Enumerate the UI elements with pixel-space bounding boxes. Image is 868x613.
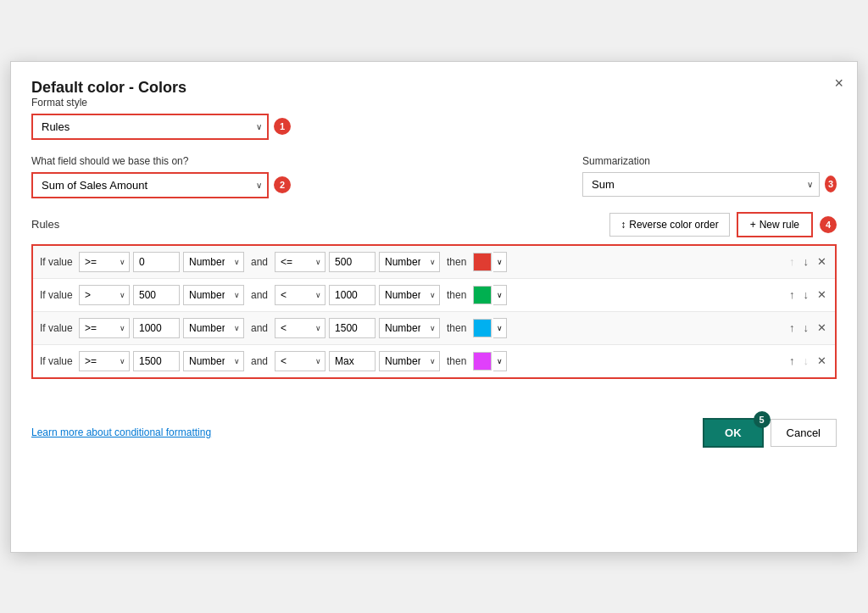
- op1-select-4[interactable]: >=><=<: [79, 351, 130, 371]
- val1-input-3[interactable]: [133, 318, 180, 338]
- type2-select-3[interactable]: NumberPercentPercentile: [379, 318, 440, 338]
- close-button[interactable]: ×: [834, 75, 843, 91]
- move-up-button-3[interactable]: ↑: [787, 320, 797, 336]
- color-swatch-2[interactable]: [473, 286, 492, 304]
- type1-select-wrapper-1: NumberPercentPercentile: [183, 252, 244, 272]
- op2-select-wrapper-2: <<=>=>: [275, 285, 326, 305]
- op2-select-2[interactable]: <<=>=>: [275, 285, 326, 305]
- field-right: Summarization Sum Average Min Max Count …: [582, 155, 837, 197]
- val2-input-3[interactable]: [329, 318, 376, 338]
- type2-select-wrapper-1: NumberPercentPercentile: [379, 252, 440, 272]
- color-swatch-1[interactable]: [473, 253, 492, 271]
- move-down-button-3[interactable]: ↓: [802, 320, 811, 336]
- type1-select-4[interactable]: NumberPercentPercentile: [183, 351, 244, 371]
- op2-select-1[interactable]: <=<>=>: [275, 252, 326, 272]
- badge-5: 5: [754, 411, 771, 428]
- op2-select-wrapper-4: <<=>=>: [275, 351, 326, 371]
- then-label-1: then: [443, 256, 470, 268]
- type1-select-wrapper-3: NumberPercentPercentile: [183, 318, 244, 338]
- op1-select-3[interactable]: >=><=<: [79, 318, 130, 338]
- summarization-select[interactable]: Sum Average Min Max Count: [582, 172, 820, 197]
- color-swatch-3[interactable]: [473, 319, 492, 337]
- field-left: What field should we base this on? Sum o…: [31, 155, 582, 198]
- color-swatch-wrapper-4: ∨: [473, 351, 507, 371]
- learn-more-link[interactable]: Learn more about conditional formatting: [31, 426, 211, 438]
- op1-select-wrapper-1: >=><=<: [79, 252, 130, 272]
- connector-1: and: [248, 256, 271, 268]
- color-swatch-wrapper-2: ∨: [473, 285, 507, 305]
- op1-select-wrapper-2: >>=<=<: [79, 285, 130, 305]
- op1-select-wrapper-4: >=><=<: [79, 351, 130, 371]
- val2-input-4[interactable]: [329, 351, 376, 371]
- reverse-icon: ↕: [620, 219, 626, 231]
- table-row: If value >=><=< NumberPercentPercentile …: [33, 246, 835, 279]
- type1-select-3[interactable]: NumberPercentPercentile: [183, 318, 244, 338]
- rule-actions-2: ↑ ↓ ✕: [787, 287, 828, 303]
- reverse-label: Reverse color order: [629, 219, 718, 231]
- then-label-2: then: [443, 289, 470, 301]
- move-down-button-2[interactable]: ↓: [802, 287, 811, 303]
- footer-buttons: OK 5 Cancel: [703, 418, 837, 448]
- op1-select-wrapper-3: >=><=<: [79, 318, 130, 338]
- badge-1: 1: [274, 118, 291, 135]
- op1-select-2[interactable]: >>=<=<: [79, 285, 130, 305]
- color-chevron-4[interactable]: ∨: [493, 351, 507, 371]
- move-down-button-4[interactable]: ↓: [802, 353, 811, 369]
- delete-button-3[interactable]: ✕: [815, 320, 828, 336]
- val1-input-4[interactable]: [133, 351, 180, 371]
- op2-select-4[interactable]: <<=>=>: [275, 351, 326, 371]
- badge-4: 4: [820, 216, 837, 233]
- type1-select-wrapper-4: NumberPercentPercentile: [183, 351, 244, 371]
- val1-input-2[interactable]: [133, 285, 180, 305]
- format-style-select-wrapper: Rules Gradient Field value ∨: [31, 114, 269, 140]
- val1-input-1[interactable]: [133, 252, 180, 272]
- move-down-button-1[interactable]: ↓: [802, 254, 811, 270]
- type1-select-1[interactable]: NumberPercentPercentile: [183, 252, 244, 272]
- op2-select-3[interactable]: <<=>=>: [275, 318, 326, 338]
- move-up-button-2[interactable]: ↑: [787, 287, 797, 303]
- type2-select-4[interactable]: NumberPercentPercentile: [379, 351, 440, 371]
- summarization-select-wrapper: Sum Average Min Max Count ∨: [582, 172, 820, 197]
- connector-3: and: [248, 322, 271, 334]
- format-style-select[interactable]: Rules Gradient Field value: [31, 114, 269, 140]
- delete-button-2[interactable]: ✕: [815, 287, 828, 303]
- type2-select-2[interactable]: NumberPercentPercentile: [379, 285, 440, 305]
- dialog-footer: Learn more about conditional formatting …: [31, 404, 837, 448]
- op1-select-1[interactable]: >=><=<: [79, 252, 130, 272]
- delete-button-4[interactable]: ✕: [815, 353, 828, 369]
- op2-select-wrapper-1: <=<>=>: [275, 252, 326, 272]
- type1-select-2[interactable]: NumberPercentPercentile: [183, 285, 244, 305]
- ok-button[interactable]: OK 5: [703, 418, 764, 448]
- field-summarization-row: What field should we base this on? Sum o…: [31, 155, 837, 198]
- type2-select-wrapper-3: NumberPercentPercentile: [379, 318, 440, 338]
- field-select[interactable]: Sum of Sales Amount Sales Amount Count: [31, 172, 269, 198]
- color-chevron-1[interactable]: ∨: [493, 252, 507, 272]
- then-label-3: then: [443, 322, 470, 334]
- color-swatch-4[interactable]: [473, 352, 492, 371]
- move-up-button-1[interactable]: ↑: [787, 254, 797, 270]
- move-up-button-4[interactable]: ↑: [787, 353, 797, 369]
- new-rule-button[interactable]: + New rule: [737, 212, 813, 237]
- dialog: Default color - Colors × Format style Ru…: [10, 61, 858, 553]
- val2-input-1[interactable]: [329, 252, 376, 272]
- type2-select-wrapper-2: NumberPercentPercentile: [379, 285, 440, 305]
- color-chevron-3[interactable]: ∨: [493, 318, 507, 338]
- type2-select-1[interactable]: NumberPercentPercentile: [379, 252, 440, 272]
- table-row: If value >=><=< NumberPercentPercentile …: [33, 312, 835, 345]
- field-label: What field should we base this on?: [31, 155, 582, 167]
- table-row: If value >=><=< NumberPercentPercentile …: [33, 345, 835, 377]
- color-chevron-2[interactable]: ∨: [493, 285, 507, 305]
- format-style-label: Format style: [31, 97, 837, 109]
- if-value-label-2: If value: [40, 289, 75, 301]
- reverse-color-button[interactable]: ↕ Reverse color order: [609, 213, 729, 237]
- badge-3: 3: [825, 176, 837, 192]
- rule-actions-1: ↑ ↓ ✕: [787, 254, 828, 270]
- val2-input-2[interactable]: [329, 285, 376, 305]
- rules-header: Rules ↕ Reverse color order + New rule 4: [31, 212, 837, 237]
- color-swatch-wrapper-3: ∨: [473, 318, 507, 338]
- rules-label: Rules: [31, 218, 59, 231]
- if-value-label-1: If value: [40, 256, 75, 268]
- delete-button-1[interactable]: ✕: [815, 254, 828, 270]
- connector-2: and: [248, 289, 271, 301]
- cancel-button[interactable]: Cancel: [771, 419, 837, 447]
